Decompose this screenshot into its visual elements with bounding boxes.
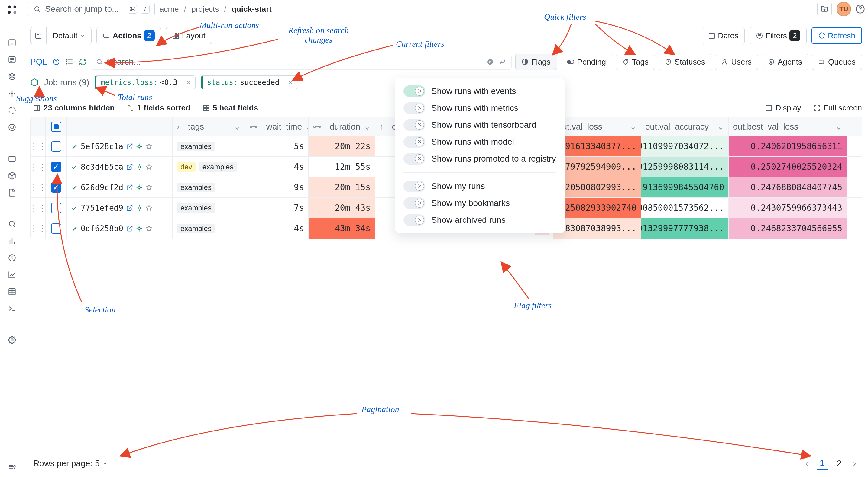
ann-pagination: Pagination — [362, 405, 399, 414]
ann-sugg: Suggestions — [16, 94, 57, 103]
ann-selection: Selection — [85, 305, 116, 315]
toggle-archived[interactable]: ✕ — [403, 214, 425, 226]
toggle-metrics[interactable]: ✕ — [403, 102, 425, 114]
toggle-promoted[interactable]: ✕ — [403, 153, 425, 165]
ann-multi: Multi-run actions — [199, 21, 259, 30]
toggle-my-runs[interactable]: ✕ — [403, 180, 425, 192]
flags-popup: ✕Show runs with events ✕Show runs with m… — [395, 78, 565, 233]
toggle-tensorboard[interactable]: ✕ — [403, 119, 425, 131]
ann-refresh: Refresh on search changes — [279, 26, 358, 45]
ann-flag: Flag filters — [514, 301, 552, 310]
ann-total: Total runs — [118, 92, 152, 102]
toggle-model[interactable]: ✕ — [403, 136, 425, 148]
toggle-bookmarks[interactable]: ✕ — [403, 198, 425, 209]
ann-current: Current filters — [396, 39, 444, 49]
toggle-events[interactable]: ✕ — [403, 86, 425, 97]
ann-quick: Quick filters — [544, 12, 586, 22]
